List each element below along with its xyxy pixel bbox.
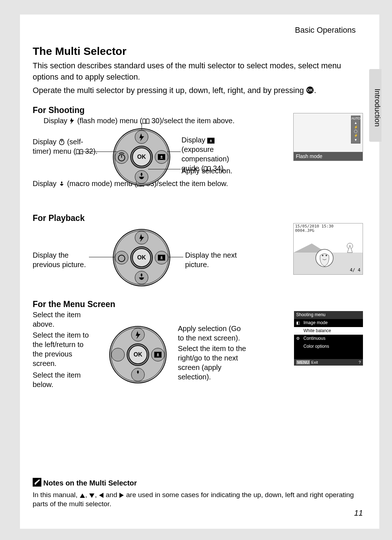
svg-point-24 xyxy=(115,251,128,264)
playback-right-label: Display the next picture. xyxy=(185,250,247,269)
menu-left-label: Select the item to the left/return to th… xyxy=(33,330,94,368)
page-title: The Multi Selector xyxy=(33,45,367,57)
svg-point-40 xyxy=(131,368,144,381)
menu-right-label: Select the item to the right/go to the n… xyxy=(178,344,247,382)
notes-body: In this manual, , , and are used in some… xyxy=(33,490,359,509)
breadcrumb: Basic Operations xyxy=(33,25,367,35)
note-icon xyxy=(33,478,41,487)
svg-text:OK: OK xyxy=(307,88,313,92)
multi-selector-dial: OK ± xyxy=(107,324,169,386)
svg-point-32 xyxy=(322,255,323,256)
shooting-up-label: Display (flash mode) menu ( 30)/select t… xyxy=(44,116,234,125)
svg-point-41 xyxy=(111,348,124,361)
left-arrow-icon xyxy=(99,492,104,498)
svg-point-33 xyxy=(326,255,327,256)
notes-title: Notes on the Multi Selector xyxy=(43,479,137,487)
playback-left-label: Display the previous picture. xyxy=(33,250,98,269)
shooting-menu-lcd: Shooting menu ◧Image mode White balance … xyxy=(294,311,363,366)
svg-text:±: ± xyxy=(160,255,163,260)
svg-text:±: ± xyxy=(210,138,212,143)
flash-mode-lcd: AUTO▲⚡◯⚡▼ Flash mode xyxy=(293,113,363,161)
svg-text:OK: OK xyxy=(134,351,142,358)
shooting-left-label: Display (self-timer) menu ( 32). xyxy=(33,137,102,156)
svg-text:±: ± xyxy=(157,352,159,357)
page-number: 11 xyxy=(354,508,363,518)
intro-text-2: Operate the multi selector by pressing i… xyxy=(33,85,367,96)
menu-up-label: Select the item above. xyxy=(33,310,94,329)
macro-icon xyxy=(58,181,65,187)
ok-icon: OK xyxy=(306,86,314,94)
book-icon xyxy=(142,118,150,124)
book-icon xyxy=(76,149,83,155)
menu-apply-label: Apply selection (Go to the next screen). xyxy=(178,324,247,343)
menu-heading: For the Menu Screen xyxy=(33,299,367,309)
multi-selector-dial: OK ± xyxy=(111,126,172,188)
side-tab: Introduction xyxy=(369,69,381,142)
svg-text:OK: OK xyxy=(137,154,146,160)
notes-section: Notes on the Multi Selector In this manu… xyxy=(33,478,359,509)
lcd-label: Flash mode xyxy=(294,152,363,161)
playback-heading: For Playback xyxy=(33,213,367,223)
exposure-comp-icon: ± xyxy=(207,138,215,144)
up-arrow-icon xyxy=(79,493,85,498)
intro-text-1: This section describes standard uses of … xyxy=(33,60,367,83)
multi-selector-dial: OK ± xyxy=(111,227,172,289)
svg-text:±: ± xyxy=(160,154,163,160)
playback-lcd: 15/05/2010 15:300004.JPG 4/ 4 xyxy=(293,223,363,275)
flash-icon xyxy=(69,118,75,124)
right-arrow-icon xyxy=(119,492,124,498)
down-arrow-icon xyxy=(89,493,95,498)
playback-counter: 4/ 4 xyxy=(350,267,360,273)
menu-down-label: Select the item below. xyxy=(33,370,94,389)
shooting-apply-label: Apply selection. xyxy=(181,166,232,176)
selftimer-icon xyxy=(58,139,65,145)
svg-text:OK: OK xyxy=(137,254,146,261)
